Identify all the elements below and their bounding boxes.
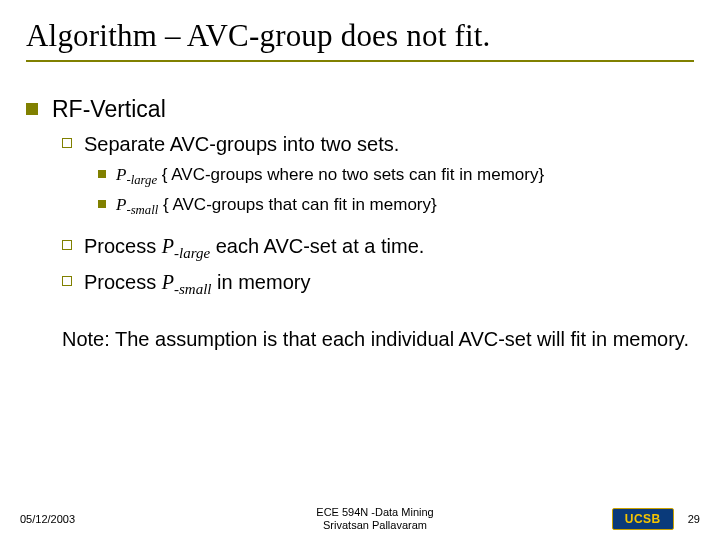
subscript: -large [174, 245, 210, 261]
slide-title: Algorithm – AVC-group does not fit. [26, 18, 694, 54]
text: P-small { AVC-groups that can fit in mem… [116, 194, 437, 220]
note-text: Note: The assumption is that each indivi… [62, 326, 694, 352]
var-p: P [162, 271, 174, 293]
small-square-bullet-icon [98, 170, 106, 178]
page-number: 29 [688, 513, 700, 525]
footer-date: 05/12/2003 [20, 513, 170, 525]
text: { AVC-groups that can fit in memory} [158, 195, 436, 214]
course-name: ECE 594N -Data Mining [170, 506, 580, 519]
footer-center: ECE 594N -Data Mining Srivatsan Pallavar… [170, 506, 580, 532]
small-square-bullet-icon [98, 200, 106, 208]
content-area: RF-Vertical Separate AVC-groups into two… [26, 70, 694, 540]
text: P-large { AVC-groups where no two sets c… [116, 164, 544, 190]
list-item: P-small { AVC-groups that can fit in mem… [98, 194, 694, 220]
var-p: P [116, 165, 126, 184]
subscript: -large [126, 173, 157, 187]
text: Process [84, 235, 162, 257]
text: { AVC-groups where no two sets can fit i… [157, 165, 544, 184]
text: Separate AVC-groups into two sets. [84, 131, 399, 158]
footer-right: UCSB 29 [580, 508, 700, 530]
list-item: Separate AVC-groups into two sets. [62, 131, 694, 158]
footer: 05/12/2003 ECE 594N -Data Mining Srivats… [0, 506, 720, 532]
text: in memory [212, 271, 311, 293]
square-bullet-icon [26, 103, 38, 115]
ucsb-logo: UCSB [612, 508, 674, 530]
var-p: P [162, 235, 174, 257]
slide: Algorithm – AVC-group does not fit. RF-V… [0, 0, 720, 540]
subscript: -small [174, 281, 212, 297]
subscript: -small [126, 203, 158, 217]
title-underline [26, 60, 694, 62]
text: Process P-large each AVC-set at a time. [84, 233, 424, 263]
var-p: P [116, 195, 126, 214]
square-outline-bullet-icon [62, 240, 72, 250]
list-item: RF-Vertical [26, 96, 694, 123]
author-name: Srivatsan Pallavaram [170, 519, 580, 532]
text: each AVC-set at a time. [210, 235, 424, 257]
text: Process P-small in memory [84, 269, 310, 299]
text: Process [84, 271, 162, 293]
square-outline-bullet-icon [62, 276, 72, 286]
heading-level-1: RF-Vertical [52, 96, 166, 123]
square-outline-bullet-icon [62, 138, 72, 148]
list-item: Process P-small in memory [62, 269, 694, 299]
list-item: Process P-large each AVC-set at a time. [62, 233, 694, 263]
list-item: P-large { AVC-groups where no two sets c… [98, 164, 694, 190]
